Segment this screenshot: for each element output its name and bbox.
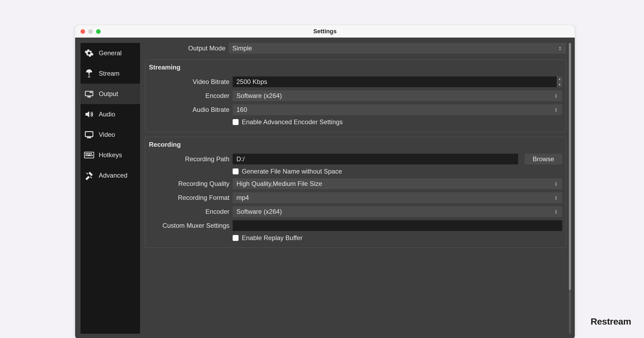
browse-button[interactable]: Browse (525, 154, 562, 164)
recording-quality-select[interactable]: High Quality,Medium File Size ▲▼ (233, 178, 562, 189)
chevron-updown-icon: ▲▼ (554, 181, 558, 186)
recording-path-label: Recording Path (149, 155, 229, 163)
recording-quality-value: High Quality,Medium File Size (236, 180, 322, 188)
sidebar-item-hotkeys[interactable]: Hotkeys (80, 145, 140, 165)
checkbox-icon[interactable] (233, 119, 239, 125)
output-mode-label: Output Mode (145, 45, 225, 52)
audio-bitrate-select[interactable]: 160 ▲▼ (233, 104, 562, 115)
recording-format-label: Recording Format (149, 194, 229, 201)
advanced-encoder-label: Enable Advanced Encoder Settings (242, 118, 343, 126)
browse-button-label: Browse (533, 155, 554, 163)
sidebar-item-audio[interactable]: Audio (80, 104, 140, 124)
audio-bitrate-value: 160 (236, 106, 247, 113)
audio-bitrate-label: Audio Bitrate (149, 106, 229, 113)
recording-path-input[interactable]: D:/ (233, 154, 518, 164)
monitor-arrow-icon (83, 89, 95, 99)
recording-encoder-row: Encoder Software (x264) ▲▼ (149, 206, 562, 217)
streaming-title: Streaming (149, 64, 562, 71)
recording-format-select[interactable]: mp4 ▲▼ (233, 192, 562, 203)
streaming-encoder-row: Encoder Software (x264) ▲▼ (149, 90, 562, 101)
chevron-updown-icon: ▲▼ (554, 195, 558, 200)
sidebar-item-label: General (99, 49, 122, 57)
sidebar-item-stream[interactable]: Stream (80, 63, 140, 84)
window-body: General Stream Output Audio (75, 38, 575, 338)
chevron-updown-icon: ▲▼ (554, 107, 558, 112)
antenna-icon (83, 69, 95, 78)
recording-encoder-select[interactable]: Software (x264) ▲▼ (233, 206, 562, 217)
scrollbar-thumb[interactable] (569, 43, 571, 290)
recording-encoder-value: Software (x264) (236, 208, 282, 215)
svg-rect-9 (91, 153, 92, 154)
recording-path-value: D:/ (236, 155, 245, 163)
chevron-updown-icon: ▲▼ (558, 46, 562, 51)
svg-rect-2 (87, 97, 90, 97)
monitor-icon (83, 130, 95, 139)
advanced-encoder-checkbox-row[interactable]: Enable Advanced Encoder Settings (233, 118, 562, 126)
streaming-group: Streaming Video Bitrate 2500 Kbps ▲▼ Enc… (145, 60, 566, 132)
replay-buffer-label: Enable Replay Buffer (242, 234, 302, 242)
sidebar-item-general[interactable]: General (80, 43, 140, 63)
watermark-logo: Restream (591, 316, 631, 327)
sidebar-item-label: Hotkeys (99, 151, 122, 159)
sidebar-item-output[interactable]: Output (80, 84, 140, 104)
checkbox-icon[interactable] (233, 168, 239, 174)
settings-window: Settings General Stream Output (75, 25, 575, 338)
svg-rect-11 (87, 155, 91, 156)
streaming-encoder-label: Encoder (149, 92, 229, 100)
svg-rect-12 (92, 155, 93, 156)
output-mode-select[interactable]: Simple ▲▼ (229, 43, 566, 54)
recording-encoder-label: Encoder (149, 208, 229, 215)
recording-group: Recording Recording Path D:/ Browse Gene… (145, 137, 566, 248)
sidebar-item-label: Advanced (99, 172, 127, 179)
tools-icon (83, 171, 95, 180)
video-bitrate-value: 2500 Kbps (236, 78, 267, 86)
recording-format-value: mp4 (236, 194, 249, 201)
gear-icon (83, 48, 95, 58)
sidebar-item-advanced[interactable]: Advanced (80, 165, 140, 186)
svg-rect-8 (89, 153, 90, 154)
muxer-label: Custom Muxer Settings (149, 222, 229, 229)
main-panel: Output Mode Simple ▲▼ Streaming Video Bi… (145, 43, 569, 334)
svg-point-0 (89, 72, 90, 73)
output-mode-row: Output Mode Simple ▲▼ (145, 43, 566, 54)
sidebar-item-label: Video (99, 131, 115, 138)
video-bitrate-input[interactable]: 2500 Kbps ▲▼ (233, 76, 562, 87)
scrollbar[interactable] (569, 43, 571, 334)
recording-format-row: Recording Format mp4 ▲▼ (149, 192, 562, 203)
chevron-updown-icon: ▲▼ (554, 93, 558, 98)
checkbox-icon[interactable] (233, 235, 239, 241)
muxer-row: Custom Muxer Settings (149, 220, 562, 231)
no-space-label: Generate File Name without Space (242, 168, 342, 175)
video-bitrate-label: Video Bitrate (149, 78, 229, 86)
window-title: Settings (75, 28, 575, 35)
chevron-updown-icon: ▲▼ (554, 209, 558, 214)
stepper-icon[interactable]: ▲▼ (557, 76, 562, 87)
muxer-input[interactable] (233, 220, 562, 231)
svg-rect-7 (87, 153, 88, 154)
recording-title: Recording (149, 141, 562, 148)
no-space-checkbox-row[interactable]: Generate File Name without Space (233, 168, 562, 175)
keyboard-icon (83, 150, 95, 160)
recording-quality-row: Recording Quality High Quality,Medium Fi… (149, 178, 562, 189)
streaming-encoder-value: Software (x264) (236, 92, 282, 100)
sidebar: General Stream Output Audio (80, 43, 140, 334)
recording-quality-label: Recording Quality (149, 180, 229, 188)
svg-rect-4 (87, 137, 91, 138)
svg-rect-6 (86, 153, 86, 154)
svg-rect-3 (85, 132, 93, 137)
video-bitrate-row: Video Bitrate 2500 Kbps ▲▼ (149, 76, 562, 87)
recording-path-row: Recording Path D:/ Browse (149, 154, 562, 164)
sidebar-item-label: Stream (99, 70, 119, 77)
sidebar-item-video[interactable]: Video (80, 124, 140, 145)
titlebar: Settings (75, 25, 575, 38)
streaming-encoder-select[interactable]: Software (x264) ▲▼ (233, 90, 562, 101)
replay-buffer-checkbox-row[interactable]: Enable Replay Buffer (233, 234, 562, 242)
sidebar-item-label: Output (99, 90, 118, 98)
output-mode-value: Simple (232, 45, 252, 52)
speaker-icon (83, 109, 95, 119)
audio-bitrate-row: Audio Bitrate 160 ▲▼ (149, 104, 562, 115)
svg-rect-10 (86, 155, 86, 156)
sidebar-item-label: Audio (99, 111, 115, 118)
